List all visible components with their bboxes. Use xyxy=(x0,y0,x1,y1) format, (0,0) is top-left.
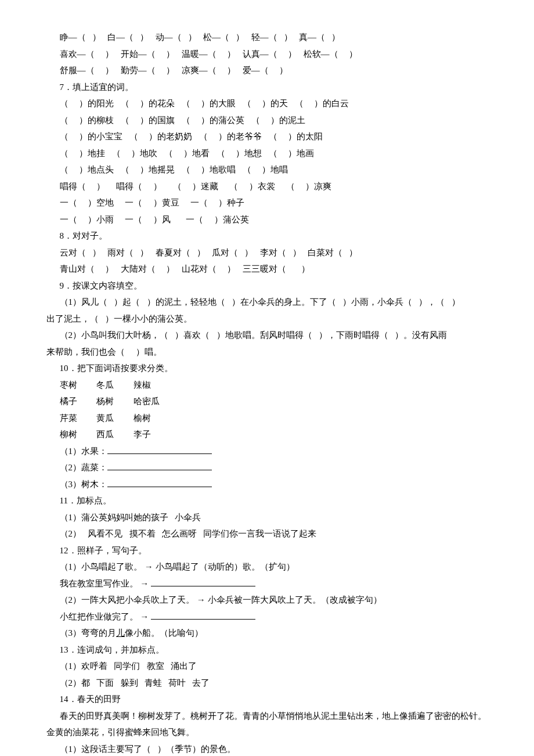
text-line: （2）都 下面 躲到 青蛙 荷叶 去了 xyxy=(46,675,499,692)
text-line: （1）欢呼着 同学们 教室 涌出了 xyxy=(46,658,499,675)
text-line: 枣树 冬瓜 辣椒 xyxy=(46,377,499,394)
text-line: 8．对对子。 xyxy=(46,228,499,244)
text-line: （2）一阵大风把小伞兵吹上了天。 → 小伞兵被一阵大风吹上了天。（改成被字句） xyxy=(46,592,499,609)
text-line: 我在教室里写作业。 → xyxy=(46,575,499,592)
text-line: 小红把作业做完了。 → xyxy=(46,609,499,625)
text-line: 14．春天的田野 xyxy=(46,691,499,708)
text-line: （ ）地挂 （ ）地吹 （ ）地看 （ ）地想 （ ）地画 xyxy=(46,145,499,162)
blank-line xyxy=(107,445,212,454)
text-line: 11．加标点。 xyxy=(46,492,499,509)
blank-line xyxy=(151,577,255,586)
text-line: 金黄的油菜花，引得蜜蜂来回地飞舞。 xyxy=(46,724,499,741)
text-line: 来帮助，我们也会（ ）唱。 xyxy=(46,344,499,361)
text-line: （ ）的柳枝 （ ）的国旗 （ ）的蒲公英 （ ）的泥土 xyxy=(46,112,499,129)
text-line: 喜欢—（ ） 开始—（ ） 温暖—（ ） 认真—（ ） 松软—（ ） xyxy=(46,46,499,63)
text-line: 12．照样子，写句子。 xyxy=(46,542,499,559)
text-line: 10．把下面词语按要求分类。 xyxy=(46,360,499,377)
text-line: （ ）的小宝宝 （ ）的老奶奶 （ ）的老爷爷 （ ）的太阳 xyxy=(46,128,499,145)
text-line: （1）小鸟唱起了歌。 → 小鸟唱起了（动听的）歌。（扩句） xyxy=(46,559,499,575)
blank-line xyxy=(107,478,212,487)
text-line: （ ）地点头 （ ）地摇晃 （ ）地歌唱 （ ）地唱 xyxy=(46,161,499,178)
text-line: 一（ ）空地 一（ ）黄豆 一（ ）种子 xyxy=(46,195,499,211)
underlined-char: 儿 xyxy=(116,628,125,638)
text-line: （2）小鸟叫我们大叶杨，（ ）喜欢（ ）地歌唱。刮风时唱得（ ），下雨时唱得（ … xyxy=(46,327,499,344)
text-line: （2） 风看不见 摸不着 怎么画呀 同学们你一言我一语说了起来 xyxy=(46,525,499,542)
text-line: 春天的田野真美啊！柳树发芽了。桃树开了花。青青的小草悄悄地从泥土里钻出来，地上像… xyxy=(46,708,499,725)
text-line: 睁—（ ） 白—（ ） 动—（ ） 松—（ ） 轻—（ ） 真—（ ） xyxy=(46,29,499,46)
text-line: 云对（ ） 雨对（ ） 春夏对（ ） 瓜对（ ） 李对（ ） 白菜对（ ） xyxy=(46,244,499,261)
document-body: 睁—（ ） 白—（ ） 动—（ ） 松—（ ） 轻—（ ） 真—（ ）喜欢—（ … xyxy=(46,29,499,756)
text-line: 橘子 杨树 哈密瓜 xyxy=(46,393,499,410)
text-line: （1）这段话主要写了（ ）（季节）的景色。 xyxy=(46,741,499,757)
text-line: 舒服—（ ） 勤劳—（ ） 凉爽—（ ） 爱—（ ） xyxy=(46,62,499,79)
text-line: 芹菜 黄瓜 榆树 xyxy=(46,410,499,427)
text-line: （3）弯弯的月儿像小船。（比喻句） xyxy=(46,625,499,642)
text-line: 7．填上适宜的词。 xyxy=(46,79,499,96)
blank-line xyxy=(151,610,255,620)
text-line: 柳树 西瓜 李子 xyxy=(46,426,499,443)
text-line: 青山对（ ） 大陆对（ ） 山花对（ ） 三三暖对（ ） xyxy=(46,261,499,278)
text-line: （1）水果： xyxy=(46,443,499,460)
text-line: 出了泥土，（ ）一棵小小的蒲公英。 xyxy=(46,311,499,327)
text-line: （3）树木： xyxy=(46,476,499,493)
blank-line xyxy=(107,461,212,470)
text-line: 13．连词成句，并加标点。 xyxy=(46,642,499,658)
text-line: 9．按课文内容填空。 xyxy=(46,278,499,294)
text-line: 唱得（ ） 唱得（ ） （ ）迷藏 （ ）衣裳 （ ）凉爽 xyxy=(46,178,499,195)
text-line: 一（ ）小雨 一（ ）风 一（ ）蒲公英 xyxy=(46,211,499,228)
text-line: （ ）的阳光 （ ）的花朵 （ ）的大眼 （ ）的天 （ ）的白云 xyxy=(46,95,499,112)
text-line: （1）风儿（ ）起（ ）的泥土，轻轻地（ ）在小伞兵的身上。下了（ ）小雨，小伞… xyxy=(46,294,499,311)
text-line: （1）蒲公英妈妈叫她的孩子 小伞兵 xyxy=(46,509,499,526)
text-line: （2）蔬菜： xyxy=(46,459,499,476)
